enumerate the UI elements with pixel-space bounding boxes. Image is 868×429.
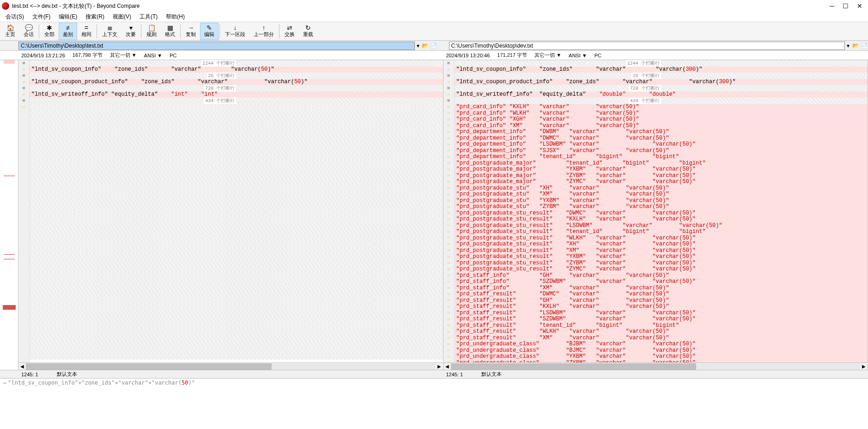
code-line[interactable]: "prd_postgraduate_stu_result" "tenant_id… bbox=[455, 229, 868, 235]
code-line[interactable]: "lntd_sv_writeoff_info" "equity_delta" "… bbox=[455, 92, 868, 98]
menu-item[interactable]: 文件(F) bbox=[29, 12, 54, 22]
expand-marker-icon[interactable]: ⊞ bbox=[18, 85, 29, 92]
right-other-dropdown[interactable]: 其它一切 ▼ bbox=[534, 52, 561, 59]
toolbar-主页-button[interactable]: 🏠主页 bbox=[1, 23, 19, 40]
code-line[interactable]: "lntd_sv_coupon_info" "zone_ids" "varcha… bbox=[30, 67, 443, 73]
right-browse-icon[interactable]: 📄 bbox=[860, 43, 868, 49]
code-line[interactable]: "prd_staff_result" "LSDWBM" "varchar" "v… bbox=[455, 310, 868, 316]
code-line[interactable]: "prd_staff_result" "GH" "varchar" "varch… bbox=[455, 297, 868, 304]
code-line[interactable]: "lntd_sv_coupon_product_info" "zone_ids"… bbox=[455, 79, 868, 86]
left-browse-icon[interactable]: 📄 bbox=[430, 43, 438, 49]
expand-marker-icon[interactable]: ⊞ bbox=[443, 60, 454, 67]
code-line[interactable]: "prd_postgraduate_major" "YXBM" "varchar… bbox=[455, 166, 868, 173]
code-line[interactable]: "prd_postgraduate_major" "ZYBM" "varchar… bbox=[455, 172, 868, 179]
code-line[interactable]: "lntd_sv_coupon_info" "zone_ids" "varcha… bbox=[455, 67, 868, 73]
left-content[interactable]: ⊞⇨⊞⇨⊞⇨⊞⇨ 1244 个打断行"lntd_sv_coupon_info" … bbox=[18, 60, 443, 362]
left-path-dropdown[interactable]: ▾ bbox=[415, 43, 421, 49]
right-path-input[interactable]: C:\Users\Timothy\Desktop\dev.txt bbox=[449, 42, 845, 50]
right-scrollbar[interactable]: ◀ ▶ bbox=[443, 362, 868, 370]
scroll-right-icon[interactable]: ▶ bbox=[860, 364, 868, 369]
toolbar-规则-button[interactable]: 📋规则 bbox=[142, 23, 161, 40]
scroll-left-icon[interactable]: ◀ bbox=[443, 364, 451, 369]
code-line[interactable]: "prd_staff_info" "XM" "varchar" "varchar… bbox=[455, 285, 868, 291]
code-line[interactable]: "prd_postgraduate_stu_result" "XM" "varc… bbox=[455, 247, 868, 254]
code-line[interactable]: "prd_postgraduate_stu_result" "KXLH" "va… bbox=[455, 216, 868, 223]
left-path-input[interactable]: C:\Users\Timothy\Desktop\test.txt bbox=[18, 42, 415, 50]
expand-marker-icon[interactable]: ⊞ bbox=[18, 98, 29, 104]
code-line[interactable]: "prd_postgraduate_stu" "XH" "varchar" "v… bbox=[455, 185, 868, 191]
code-line[interactable]: "prd_card_info" "XM" "varchar" "varchar(… bbox=[455, 123, 868, 129]
toolbar-次要-button[interactable]: ▾次要 bbox=[121, 23, 140, 40]
toolbar-全部-button[interactable]: ✱全部 bbox=[40, 23, 59, 40]
toolbar-相同-button[interactable]: =相同 bbox=[77, 23, 96, 40]
code-line[interactable]: "prd_postgraduate_stu_result" "WLKH" "va… bbox=[455, 235, 868, 241]
expand-marker-icon[interactable]: ⊞ bbox=[443, 98, 454, 104]
left-open-folder-icon[interactable]: 📂 bbox=[421, 43, 430, 49]
code-line[interactable]: "prd_department_info" "DWBM" "varchar" "… bbox=[455, 129, 868, 135]
code-line[interactable]: "prd_card_info" "WLKH" "varchar" "varcha… bbox=[455, 110, 868, 116]
code-line[interactable]: "prd_staff_info" "SZDWBM" "varchar" "var… bbox=[455, 279, 868, 285]
scroll-left-icon[interactable]: ◀ bbox=[18, 364, 26, 369]
code-line[interactable]: "prd_postgraduate_stu_result" "LSDWBM" "… bbox=[455, 222, 868, 229]
menu-item[interactable]: 编辑(E) bbox=[55, 12, 81, 22]
toolbar-重载-button[interactable]: ↻重载 bbox=[299, 23, 317, 40]
toolbar-复制-button[interactable]: →复制 bbox=[182, 23, 200, 40]
code-line[interactable]: "prd_undergraduate_class" "BJBM" "varcha… bbox=[455, 341, 868, 348]
code-line[interactable]: "prd_postgraduate_major" "ZYMC" "varchar… bbox=[455, 179, 868, 185]
code-line[interactable]: "prd_staff_result" "DWMC" "varchar" "var… bbox=[455, 291, 868, 298]
code-line[interactable]: "prd_card_info" "XGH" "varchar" "varchar… bbox=[455, 116, 868, 123]
code-line[interactable]: "prd_postgraduate_stu_result" "XH" "varc… bbox=[455, 241, 868, 248]
thumbnail-overview[interactable] bbox=[0, 60, 18, 370]
code-line[interactable]: "prd_department_info" "tenant_id" "bigin… bbox=[455, 154, 868, 160]
code-line[interactable]: "prd_undergraduate_class" "YXBM" "varcha… bbox=[455, 354, 868, 360]
maximize-button[interactable]: ☐ bbox=[843, 2, 849, 10]
code-line[interactable]: "prd_department_info" "DWMC" "varchar" "… bbox=[455, 135, 868, 141]
left-other-dropdown[interactable]: 其它一切 ▼ bbox=[110, 52, 137, 59]
expand-marker-icon[interactable]: ⊞ bbox=[18, 60, 29, 67]
code-line[interactable]: "lntd_sv_writeoff_info" "equity_delta" "… bbox=[30, 92, 443, 98]
toolbar-下一区段-button[interactable]: ↓下一区段 bbox=[221, 23, 249, 40]
code-line[interactable]: "prd_staff_result" "WLKH" "varchar" "var… bbox=[455, 329, 868, 335]
code-line[interactable]: "prd_postgraduate_stu_result" "YXBM" "va… bbox=[455, 254, 868, 260]
toolbar-会话-button[interactable]: 💬会话 bbox=[19, 23, 38, 40]
menu-item[interactable]: 会话(S) bbox=[2, 12, 28, 22]
expand-marker-icon[interactable]: ⊞ bbox=[443, 73, 454, 79]
toolbar-上一部分-button[interactable]: ↑上一部分 bbox=[249, 23, 278, 40]
code-line[interactable]: "prd_department_info" "LSDWBM" "varchar"… bbox=[455, 141, 868, 148]
menu-item[interactable]: 视图(V) bbox=[109, 12, 135, 22]
code-line[interactable]: "prd_postgraduate_stu_result" "ZYMC" "va… bbox=[455, 266, 868, 273]
code-line[interactable]: "prd_postgraduate_stu" "XM" "varchar" "v… bbox=[455, 191, 868, 198]
scroll-right-icon[interactable]: ▶ bbox=[436, 364, 443, 369]
right-path-dropdown[interactable]: ▾ bbox=[845, 43, 851, 49]
left-encoding-dropdown[interactable]: ANSI ▼ bbox=[144, 53, 163, 58]
code-line[interactable]: "prd_card_info" "KXLH" "varchar" "varcha… bbox=[455, 104, 868, 110]
code-line[interactable]: "prd_postgraduate_stu" "YXBM" "varchar" … bbox=[455, 197, 868, 204]
code-line[interactable]: "lntd_sv_coupon_product_info" "zone_ids"… bbox=[30, 79, 443, 86]
code-line[interactable]: "prd_undergraduate_class" "ZYBM" "varcha… bbox=[455, 360, 868, 362]
code-line[interactable]: "prd_department_info" "SJSX" "varchar" "… bbox=[455, 147, 868, 154]
toolbar-上下文-button[interactable]: ≣上下文 bbox=[98, 23, 121, 40]
code-line[interactable]: "prd_postgraduate_major" "tenant_id" "bi… bbox=[455, 160, 868, 166]
expand-marker-icon[interactable]: ⊞ bbox=[18, 73, 29, 79]
menu-item[interactable]: 工具(T) bbox=[136, 12, 161, 22]
left-scrollbar[interactable]: ◀ ▶ bbox=[18, 362, 443, 370]
right-encoding-dropdown[interactable]: ANSI ▼ bbox=[569, 53, 587, 58]
menu-item[interactable]: 搜索(R) bbox=[82, 12, 108, 22]
code-line[interactable]: "prd_postgraduate_stu_result" "ZYBM" "va… bbox=[455, 260, 868, 266]
expand-marker-icon[interactable]: ⊞ bbox=[443, 85, 454, 92]
minimize-button[interactable]: ─ bbox=[830, 2, 834, 10]
toolbar-格式-button[interactable]: ▦格式 bbox=[161, 23, 179, 40]
code-line[interactable]: "prd_staff_result" "KXLH" "varchar" "var… bbox=[455, 304, 868, 310]
code-line[interactable]: "prd_postgraduate_stu_result" "DWMC" "va… bbox=[455, 210, 868, 216]
menu-item[interactable]: 帮助(H) bbox=[162, 12, 188, 22]
right-open-folder-icon[interactable]: 📂 bbox=[851, 43, 860, 49]
code-line[interactable]: "prd_undergraduate_class" "BJMC" "varcha… bbox=[455, 347, 868, 354]
toolbar-差别-button[interactable]: ≠差别 bbox=[59, 23, 77, 40]
toolbar-交换-button[interactable]: ⇄交换 bbox=[280, 23, 299, 40]
toolbar-编辑-button[interactable]: ✎编辑 bbox=[200, 23, 219, 40]
code-line[interactable]: "prd_postgraduate_stu" "ZYBM" "varchar" … bbox=[455, 204, 868, 210]
code-line[interactable]: "prd_staff_result" "XM" "varchar" "varch… bbox=[455, 335, 868, 341]
code-line[interactable]: "prd_staff_result" "SZDWBM" "varchar" "v… bbox=[455, 316, 868, 323]
right-content[interactable]: ⊞⇨⊞⇨⊞⇨⊞⇨⇨⇨⇨⇨⇨⇨⇨⇨⇨⇨⇨⇨⇨⇨⇨⇨⇨⇨⇨⇨⇨⇨⇨⇨⇨⇨⇨⇨⇨⇨⇨⇨… bbox=[443, 60, 868, 362]
code-line[interactable]: "prd_staff_result" "tenant_id" "bigint" … bbox=[455, 322, 868, 329]
